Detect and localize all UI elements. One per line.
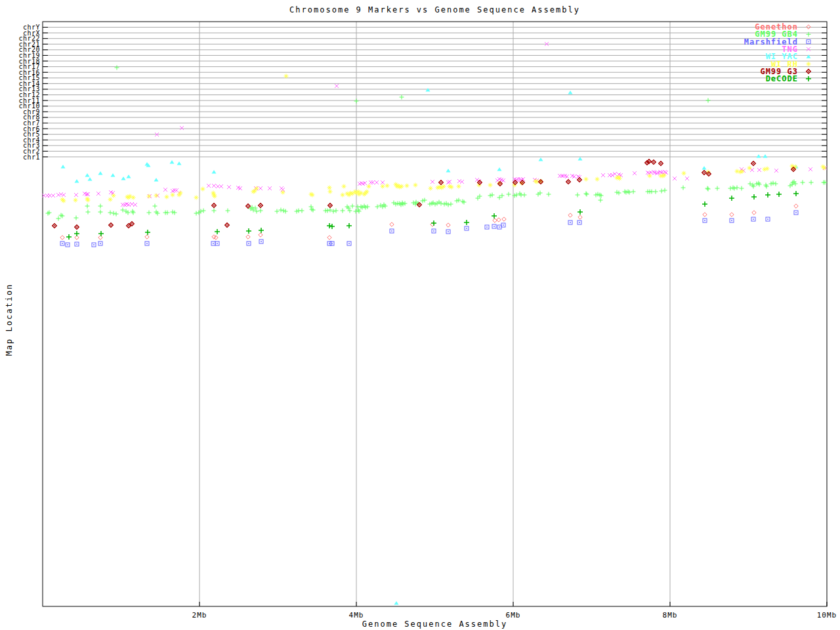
data-point-marker-dot xyxy=(128,225,129,226)
data-point-marker xyxy=(215,229,220,234)
data-point-marker xyxy=(703,213,707,217)
data-point-marker xyxy=(163,188,167,192)
data-point-marker xyxy=(170,160,175,164)
data-point-marker-dot xyxy=(660,163,662,164)
data-point-marker xyxy=(464,220,469,225)
data-point-marker xyxy=(371,180,375,184)
data-point-marker xyxy=(153,204,158,209)
data-point-marker xyxy=(85,204,90,209)
data-point-marker xyxy=(334,209,339,213)
data-point-marker-dot xyxy=(753,163,754,164)
data-point-marker xyxy=(488,194,493,198)
data-point-marker xyxy=(369,180,373,184)
data-point-marker xyxy=(111,173,116,177)
data-point-marker-dot xyxy=(93,244,94,245)
data-point-marker-dot xyxy=(54,225,55,226)
data-point-marker xyxy=(201,209,206,213)
data-point-marker xyxy=(180,126,184,130)
data-point-marker xyxy=(177,161,182,165)
data-point-marker xyxy=(86,210,91,215)
data-point-marker xyxy=(246,235,250,239)
data-point-marker xyxy=(56,217,61,221)
data-point-marker-dot xyxy=(704,172,705,173)
data-point-marker xyxy=(448,180,452,184)
data-point-marker xyxy=(171,193,175,198)
data-point-marker xyxy=(295,209,299,214)
data-point-marker-dot xyxy=(568,181,569,182)
data-point-marker xyxy=(62,193,66,197)
data-point-marker xyxy=(56,193,60,197)
data-point-marker xyxy=(706,98,711,103)
data-point-marker xyxy=(329,224,335,229)
data-point-marker xyxy=(350,204,355,209)
data-point-marker xyxy=(88,177,93,181)
data-point-marker xyxy=(147,211,152,215)
data-point-marker xyxy=(585,192,589,197)
series-genethon xyxy=(60,204,798,240)
data-point-marker xyxy=(776,192,782,197)
chromosome-tick-label: chr1 xyxy=(23,154,40,161)
data-point-marker xyxy=(342,184,346,189)
data-point-marker xyxy=(601,173,605,177)
data-point-marker xyxy=(633,171,637,175)
data-point-marker xyxy=(300,209,304,213)
data-point-marker xyxy=(66,234,72,240)
data-point-marker xyxy=(328,190,333,194)
data-point-marker xyxy=(366,205,370,209)
data-point-marker xyxy=(194,196,199,200)
data-point-marker xyxy=(446,223,450,227)
data-point-marker-dot xyxy=(753,219,754,220)
data-point-marker xyxy=(808,167,812,171)
data-point-marker xyxy=(507,192,511,197)
data-point-marker xyxy=(165,211,170,215)
data-point-marker xyxy=(403,201,408,206)
data-point-marker-dot xyxy=(213,205,215,206)
data-point-marker xyxy=(809,180,814,185)
data-point-marker-dot xyxy=(248,243,249,244)
data-point-marker-dot xyxy=(217,243,218,244)
data-point-marker xyxy=(568,213,572,217)
data-point-marker xyxy=(769,182,774,186)
data-point-marker xyxy=(98,204,103,209)
data-point-marker-dot xyxy=(494,226,495,227)
data-point-marker xyxy=(730,213,734,217)
data-point-marker xyxy=(747,166,752,171)
data-point-marker xyxy=(793,191,799,196)
data-point-marker xyxy=(212,170,217,174)
data-point-marker xyxy=(114,212,119,217)
series-gm99-gb4 xyxy=(46,66,828,221)
data-point-marker xyxy=(59,192,63,196)
series-marshfield xyxy=(60,211,798,247)
data-point-marker xyxy=(431,220,436,226)
data-point-marker xyxy=(171,210,175,215)
data-point-marker xyxy=(341,209,345,213)
data-point-marker-dot xyxy=(329,205,331,206)
data-point-marker xyxy=(495,178,499,182)
data-point-marker xyxy=(145,235,149,239)
data-point-marker xyxy=(460,180,464,184)
data-point-marker xyxy=(755,182,759,186)
data-point-marker xyxy=(48,194,52,198)
data-point-marker xyxy=(771,181,776,186)
data-point-marker-dot xyxy=(808,71,809,72)
data-point-marker xyxy=(502,217,506,221)
data-point-marker-dot xyxy=(419,204,420,205)
data-point-marker xyxy=(121,177,126,180)
data-point-marker xyxy=(449,202,453,207)
data-point-marker-dot xyxy=(226,224,228,226)
data-point-marker xyxy=(375,180,379,184)
data-point-marker xyxy=(430,180,434,184)
data-point-marker xyxy=(423,198,427,203)
data-point-marker xyxy=(51,194,55,198)
data-point-marker-dot xyxy=(62,243,63,244)
data-point-marker xyxy=(165,195,169,200)
data-point-marker xyxy=(516,177,520,181)
data-point-marker xyxy=(327,186,332,190)
data-point-marker xyxy=(219,184,223,188)
data-point-marker xyxy=(61,165,66,169)
data-point-marker xyxy=(735,186,740,190)
data-point-marker xyxy=(702,166,707,170)
data-point-marker xyxy=(457,184,461,189)
data-point-marker xyxy=(115,66,119,70)
data-point-marker-dot xyxy=(522,182,523,183)
